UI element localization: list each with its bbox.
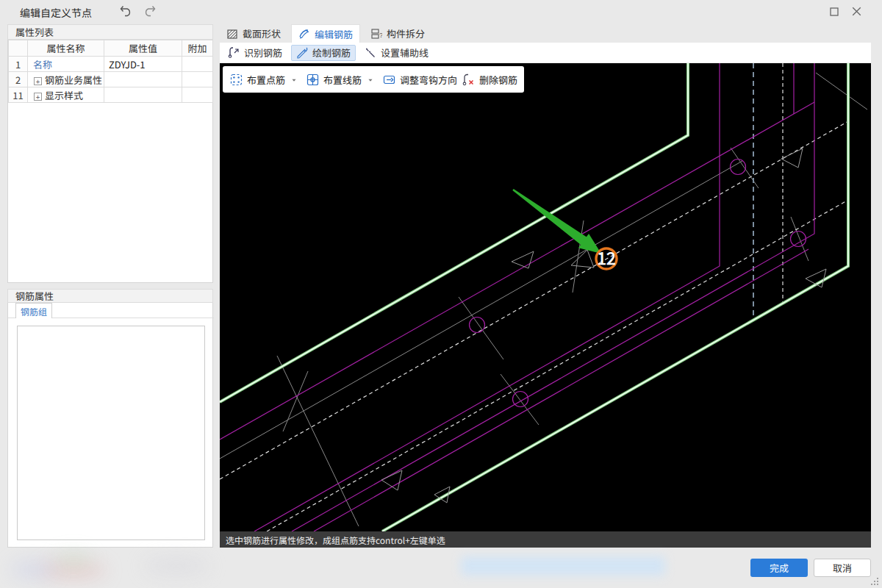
recognize-rebar-icon [228, 46, 240, 59]
background-blur-artifact [143, 556, 209, 576]
rebar-arrow-mark [512, 251, 534, 268]
redo-icon[interactable] [143, 4, 157, 18]
place-point-rebar-icon [229, 73, 243, 87]
background-blur-artifact [55, 553, 92, 567]
rebar-group-list[interactable] [17, 326, 205, 540]
wall-edge-core [220, 63, 688, 402]
col-property-value: 属性值 [104, 40, 182, 57]
col-extra: 附加 [182, 40, 213, 57]
property-table-header-row: 属性名称 属性值 附加 [9, 40, 213, 57]
close-icon[interactable] [849, 4, 864, 19]
rebar-hook-line [501, 374, 539, 425]
adjust-hook-direction-icon [382, 73, 396, 87]
cad-drawing: 12 [220, 63, 871, 531]
rebar-tabrow: 钢筋组 [7, 303, 213, 318]
main-tabs: 截面形状 编辑钢筋 ? 构件拆分 [220, 24, 431, 43]
rebar-circle [470, 318, 485, 333]
place-point-rebar-button[interactable]: 布置点筋 [228, 73, 287, 87]
canvas-toolbar: 布置点筋 布置线筋 调整弯钩方向 删除钢筋 [223, 66, 524, 93]
rebar-toolbar: 识别钢筋 绘制钢筋 设置辅助线 [220, 43, 871, 63]
rebar-hook-line [816, 73, 867, 110]
rebar-line [254, 63, 720, 531]
table-row[interactable]: 1 名称 ZDYJD-1 [9, 57, 213, 72]
rebar-hook-line [220, 161, 742, 459]
edit-custom-node-dialog: 编辑自定义节点 属性列表 属性名称 属性值 附加 1 名称 ZDYJD-1 2 … [0, 0, 882, 588]
rebar-dashed-line [220, 121, 848, 479]
rebar-group-panel [7, 318, 213, 548]
resize-grip[interactable] [870, 576, 880, 587]
annotation-arrow [512, 189, 601, 254]
status-bar: 选中钢筋进行属性修改，成组点筋支持control+左键单选 [220, 531, 871, 548]
property-table: 属性名称 属性值 附加 1 名称 ZDYJD-1 2 +钢筋业务属性 11 +显… [7, 40, 213, 283]
adjust-hook-direction-button[interactable]: 调整弯钩方向 [381, 73, 459, 87]
rebar-hook-line [731, 148, 759, 188]
rebar-arrow-mark [571, 250, 594, 268]
property-name-cell[interactable]: +钢筋业务属性 [28, 72, 104, 87]
property-name-cell[interactable]: 名称 [28, 57, 104, 72]
place-line-rebar-icon [306, 73, 320, 87]
wall-edge [382, 63, 848, 531]
tab-component-split[interactable]: ? 构件拆分 [364, 24, 431, 43]
rebar-property-header: 钢筋属性 [7, 289, 213, 303]
cancel-button[interactable]: 取消 [814, 559, 871, 577]
dialog-title: 编辑自定义节点 [20, 5, 92, 20]
component-split-icon: ? [370, 28, 382, 40]
rebar-line [314, 249, 808, 531]
place-point-rebar-dropdown-icon[interactable] [290, 74, 298, 85]
set-guideline-button[interactable]: 设置辅助线 [359, 45, 434, 61]
undo-icon[interactable] [119, 4, 133, 18]
tab-rebar-group[interactable]: 钢筋组 [15, 303, 52, 318]
draw-rebar-icon [296, 46, 309, 59]
recognize-rebar-button[interactable]: 识别钢筋 [223, 45, 287, 61]
maximize-icon[interactable] [827, 4, 842, 19]
place-line-rebar-button[interactable]: 布置线筋 [304, 73, 363, 87]
section-shape-icon [226, 28, 238, 40]
rebar-circle [513, 392, 528, 407]
property-value-cell[interactable]: ZDYJD-1 [104, 57, 182, 72]
table-row[interactable]: 11 +显示样式 [9, 87, 213, 103]
delete-rebar-icon [462, 73, 476, 87]
draw-rebar-button[interactable]: 绘制钢筋 [291, 45, 356, 61]
annotation-label: 12 [597, 245, 616, 270]
rebar-line [292, 63, 814, 531]
dialog-footer: 完成 取消 [750, 559, 871, 577]
delete-rebar-button[interactable]: 删除钢筋 [460, 73, 519, 87]
property-list-header: 属性列表 [7, 24, 213, 40]
background-blur-artifact [11, 560, 55, 579]
finish-button[interactable]: 完成 [750, 559, 808, 577]
expand-icon[interactable]: + [34, 93, 42, 101]
background-blur-artifact [461, 556, 665, 576]
col-property-name: 属性名称 [28, 40, 104, 57]
place-line-rebar-dropdown-icon[interactable] [366, 74, 375, 85]
rebar-circle [791, 232, 806, 247]
titlebar: 编辑自定义节点 [0, 0, 882, 24]
property-name-cell[interactable]: +显示样式 [28, 87, 104, 103]
svg-text:?: ? [379, 30, 382, 40]
table-row[interactable]: 2 +钢筋业务属性 [9, 72, 213, 87]
edit-rebar-icon [298, 28, 310, 40]
set-guideline-icon [365, 46, 377, 59]
rebar-dashed-line [267, 200, 848, 531]
tab-section-shape[interactable]: 截面形状 [220, 24, 287, 43]
wall-edge [220, 63, 688, 402]
wall-edge-core [382, 63, 848, 531]
rebar-hook-line [459, 297, 503, 359]
cad-canvas[interactable]: 12 布置点筋 布置线筋 调整弯钩方向 删除钢筋 [220, 63, 871, 531]
expand-icon[interactable]: + [34, 77, 42, 85]
tab-edit-rebar[interactable]: 编辑钢筋 [291, 24, 360, 43]
